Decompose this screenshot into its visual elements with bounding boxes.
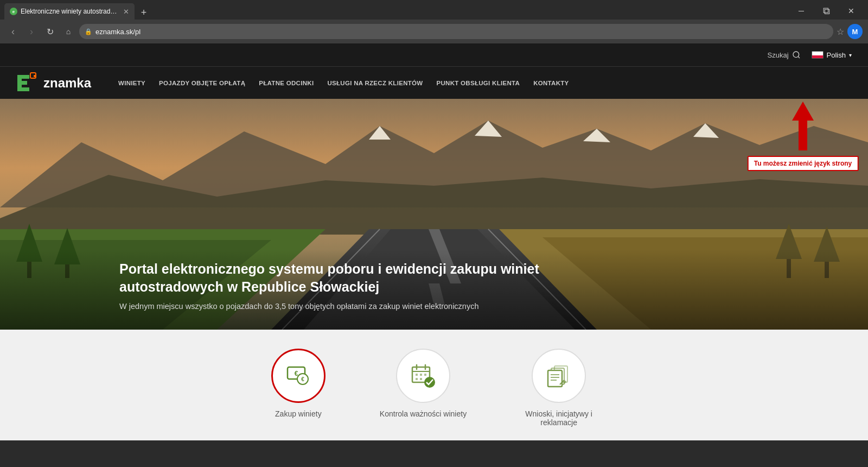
close-tab-icon[interactable]: ✕: [123, 8, 129, 16]
svg-point-0: [793, 52, 799, 58]
profile-avatar[interactable]: M: [847, 24, 863, 39]
lock-icon: 🔒: [85, 28, 92, 35]
hero-overlay: Portal elektronicznego systemu poboru i …: [0, 249, 868, 330]
nav-link-pojazdy[interactable]: POJAZDY OBJĘTE OPŁATĄ: [159, 80, 245, 86]
annotation-arrow-icon: [787, 102, 819, 150]
annotation-tooltip: Tu możesz zmienić język strony: [748, 156, 859, 171]
nav-link-punkt[interactable]: PUNKT OBSŁUGI KLIENTA: [436, 80, 520, 86]
bookmark-button[interactable]: ☆: [837, 27, 844, 37]
tab-bar: e Elektroniczne winiety autostradc... ✕ …: [0, 0, 868, 20]
features-section: € € Zakup winiety: [0, 330, 868, 440]
address-input[interactable]: [79, 24, 833, 39]
main-navigation: znamka WINIETY POJAZDY OBJĘTE OPŁATĄ PŁA…: [0, 66, 868, 99]
back-button[interactable]: ‹: [5, 24, 21, 39]
language-selector[interactable]: Polish ▾: [812, 51, 852, 59]
nav-link-uslugi[interactable]: USŁUGI NA RZECZ KLIENTÓW: [327, 80, 423, 86]
top-utility-bar: Szukaj Polish ▾: [0, 43, 868, 66]
svg-rect-4: [17, 81, 27, 85]
nav-link-platne[interactable]: PŁATNE ODCINKI: [259, 80, 314, 86]
svg-rect-5: [17, 87, 29, 91]
close-button[interactable]: ✕: [839, 2, 864, 20]
check-vignette-icon: [409, 362, 437, 390]
home-button[interactable]: ⌂: [61, 24, 76, 39]
website-content: Szukaj Polish ▾: [0, 43, 868, 467]
purchase-vignette-icon: € €: [284, 362, 312, 390]
feature-card-1[interactable]: € € Zakup winiety: [271, 349, 326, 427]
feature-label-1: Zakup winiety: [275, 409, 322, 418]
annotation-container: Tu możesz zmienić język strony: [787, 102, 819, 153]
browser-window: e Elektroniczne winiety autostradc... ✕ …: [0, 0, 868, 467]
complaint-icon: [545, 362, 573, 390]
feature-icon-3: [532, 349, 586, 403]
logo[interactable]: znamka: [16, 71, 91, 96]
feature-card-3[interactable]: Wnioski, inicjatywy i reklamacje: [521, 349, 597, 427]
svg-rect-47: [420, 378, 422, 380]
active-tab[interactable]: e Elektroniczne winiety autostradc... ✕: [4, 3, 135, 20]
hero-subtitle: W jednym miejscu wszystko o pojazdach do…: [119, 302, 542, 311]
feature-icon-2: [396, 349, 450, 403]
search-area[interactable]: Szukaj: [768, 51, 801, 59]
maximize-button[interactable]: ⧉: [814, 2, 839, 20]
feature-card-2[interactable]: Kontrola ważności winiety: [380, 349, 467, 427]
dropdown-arrow-icon: ▾: [849, 52, 852, 58]
forward-button[interactable]: ›: [24, 24, 39, 39]
svg-rect-44: [420, 374, 422, 376]
language-label: Polish: [827, 51, 846, 59]
new-tab-button[interactable]: +: [137, 5, 151, 20]
logo-icon: [16, 71, 41, 96]
polish-flag-icon: [812, 51, 824, 59]
minimize-button[interactable]: ─: [789, 2, 814, 20]
svg-rect-43: [416, 374, 418, 376]
feature-icon-1: € €: [271, 349, 326, 403]
search-icon: [792, 51, 801, 59]
feature-label-2: Kontrola ważności winiety: [380, 409, 467, 418]
hero-section: Portal elektronicznego systemu poboru i …: [0, 99, 868, 330]
hero-title: Portal elektronicznego systemu poboru i …: [119, 260, 608, 297]
svg-rect-7: [34, 75, 36, 77]
tab-title: Elektroniczne winiety autostradc...: [21, 8, 118, 15]
search-label: Szukaj: [768, 51, 789, 59]
svg-rect-46: [416, 378, 418, 380]
refresh-button[interactable]: ↻: [42, 24, 58, 39]
tab-favicon: e: [10, 8, 17, 15]
nav-link-kontakty[interactable]: KONTAKTY: [533, 80, 569, 86]
nav-link-winiety[interactable]: WINIETY: [118, 80, 145, 86]
svg-line-1: [798, 56, 800, 58]
svg-rect-3: [17, 75, 29, 79]
svg-marker-34: [792, 102, 814, 150]
main-nav-links: WINIETY POJAZDY OBJĘTE OPŁATĄ PŁATNE ODC…: [118, 80, 569, 86]
svg-rect-45: [424, 374, 426, 376]
address-bar-row: ‹ › ↻ ⌂ 🔒 ☆ M: [0, 20, 868, 43]
feature-label-3: Wnioski, inicjatywy i reklamacje: [521, 409, 597, 427]
logo-text: znamka: [43, 75, 91, 91]
